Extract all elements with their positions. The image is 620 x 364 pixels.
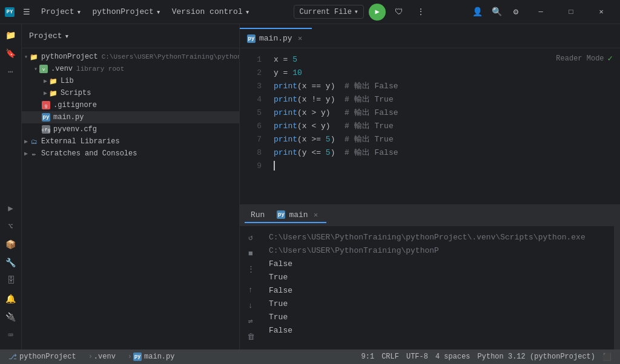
line-number: 3 [240,80,269,93]
sidebar-item-bookmarks[interactable]: 🔖 [2,45,19,62]
tree-item-scratches[interactable]: ▶ ✏ Scratches and Consoles [22,148,239,160]
more-options-button[interactable]: ⋮ [412,4,429,21]
soft-wrap-button[interactable]: ⇌ [244,314,257,328]
status-line-ending[interactable]: CRLF [378,349,403,364]
status-bar: ⎇ pythonProject › .venv › py main.py 9:1… [0,349,620,364]
chevron-right-icon: ▶ [44,89,47,97]
status-bar-right: 9:1 CRLF UTF-8 4 spaces Python 3.12 (pyt… [358,349,615,364]
search-button[interactable]: 🔍 [488,4,505,21]
stop-button[interactable]: ■ [244,247,257,260]
project-title[interactable]: Project ▾ [29,31,69,41]
terminal-scrollbar[interactable] [614,226,620,349]
cfg-file-icon: cfg [41,125,51,134]
code-line-5: print(x > y) # 輸出 False [274,106,620,120]
folder-icon: 📁 [29,52,39,62]
terminal-output-line: True [269,271,607,284]
status-position[interactable]: 9:1 [358,349,378,364]
status-indent[interactable]: 4 spaces [432,349,474,364]
run-tab-close-button[interactable]: ✕ [312,210,320,219]
rerun-button[interactable]: ↺ [244,231,257,244]
code-line-3: print(x == y) # 輸出 False [274,80,620,93]
line-number: 7 [240,133,269,146]
tree-item-main-py[interactable]: py main.py [22,111,239,123]
tree-item-lib[interactable]: ▶ 📁 Lib [22,75,239,87]
python-run-icon: py [277,210,285,219]
line-number: 2 [240,67,269,80]
chevron-down-icon: ▾ [34,65,38,73]
gitignore-icon: g [41,100,51,110]
sidebar-item-packages[interactable]: 📦 [2,236,19,253]
tree-item-external-libraries[interactable]: ▶ 🗂 External Libraries [22,135,239,148]
clear-button[interactable]: 🗑 [244,330,257,343]
hamburger-menu[interactable]: ☰ [18,5,35,19]
current-file-selector[interactable]: Current File ▾ [294,5,364,19]
terminal-output-line: False [269,284,607,297]
python-status-icon: py [133,353,142,361]
bottom-panel-toolbar: ↺ ■ ⋮ ↑ ↓ ⇌ 🗑 [240,226,262,349]
settings-button[interactable]: ⚙ [507,4,524,21]
line-number: 9 [240,160,269,173]
coverage-button[interactable]: 🛡 [391,4,407,21]
terminal-output: C:\Users\USER\PythonTraining\pythonProje… [262,226,614,349]
sidebar-item-more[interactable]: ⋯ [2,63,19,80]
terminal-output-line: False [269,258,607,271]
reader-mode-check-icon: ✓ [608,53,613,63]
sidebar-item-project[interactable]: 📁 [2,27,19,44]
sidebar-item-notifications[interactable]: 🔔 [2,290,19,307]
status-memory-button[interactable]: ⬛ [599,349,615,364]
scroll-down-button[interactable]: ↓ [244,299,257,312]
project-panel: Project ▾ ▾ 📁 pythonProject C:\Users\USE… [22,24,240,349]
code-line-6: print(x < y) # 輸出 True [274,120,620,133]
account-button[interactable]: 👤 [469,4,486,21]
code-line-8: print(y <= 5) # 輸出 False [274,146,620,160]
tab-run[interactable]: Run [245,208,271,223]
chevron-right-icon: ▶ [44,77,47,85]
chevron-right-icon: › [128,353,132,361]
line-number: 1 [240,53,269,67]
folder-icon: 📁 [48,76,58,86]
tree-item-pythonproject[interactable]: ▾ 📁 pythonProject C:\Users\USER\PythonTr… [22,51,239,63]
project-panel-header: Project ▾ [22,24,239,48]
venv-folder-icon: v [39,64,48,74]
tab-close-button[interactable]: ✕ [296,34,305,43]
code-line-2: y = 10 [274,67,620,80]
tree-item-pyvenv-cfg[interactable]: cfg pyvenv.cfg [22,123,239,135]
project-menu[interactable]: Project ▾ [36,5,86,19]
sidebar-item-git[interactable]: ⌥ [2,218,19,235]
code-editor[interactable]: 1 2 3 4 5 6 7 8 9 x = 5 y = 10 print(x =… [240,48,620,204]
sidebar-item-plugins[interactable]: 🔌 [2,308,19,325]
project-tree: ▾ 📁 pythonProject C:\Users\USER\PythonTr… [22,48,239,349]
project-name-menu[interactable]: pythonProject ▾ [87,5,165,19]
status-bar-left: ⎇ pythonProject › .venv › py main.py [5,349,178,364]
tab-main-run[interactable]: py main ✕ [271,208,326,223]
line-number: 6 [240,120,269,133]
sidebar-item-run[interactable]: ▶ [2,200,19,216]
python-file-icon: py [41,112,51,122]
version-control-menu[interactable]: Version control ▾ [167,5,255,19]
tree-item-gitignore[interactable]: g .gitignore [22,99,239,111]
code-content[interactable]: x = 5 y = 10 print(x == y) # 輸出 False pr… [269,48,620,204]
minimize-button[interactable]: ─ [527,4,555,21]
title-bar-right: 👤 🔍 ⚙ ─ □ ✕ [469,4,615,21]
tree-item-scripts[interactable]: ▶ 📁 Scripts [22,87,239,99]
close-button[interactable]: ✕ [587,4,615,21]
run-button[interactable]: ▶ [369,4,386,21]
sidebar-item-services[interactable]: 🔧 [2,254,19,271]
status-python-version[interactable]: Python 3.12 (pythonProject) [474,349,599,364]
python-tab-icon: py [247,34,256,43]
line-number: 8 [240,146,269,160]
bottom-panel-content: ↺ ■ ⋮ ↑ ↓ ⇌ 🗑 C:\Users\USER\PythonTraini… [240,226,620,349]
status-file[interactable]: › py main.py [124,349,179,364]
status-venv[interactable]: › .venv [85,349,119,364]
reader-mode-button[interactable]: Reader Mode ✓ [556,53,613,63]
maximize-button[interactable]: □ [557,4,585,21]
status-encoding[interactable]: UTF-8 [403,349,432,364]
scroll-up-button[interactable]: ↑ [244,283,257,296]
more-options-icon[interactable]: ⋮ [244,262,257,276]
title-bar-center: Current File ▾ ▶ 🛡 ⋮ [255,4,469,21]
status-git-branch[interactable]: ⎇ pythonProject [5,349,80,364]
tab-main-py[interactable]: py main.py ✕ [240,28,312,48]
sidebar-item-terminal[interactable]: ⌨ [2,327,19,343]
tree-item-venv[interactable]: ▾ v .venv library root [22,63,239,75]
sidebar-item-database[interactable]: 🗄 [2,272,19,289]
